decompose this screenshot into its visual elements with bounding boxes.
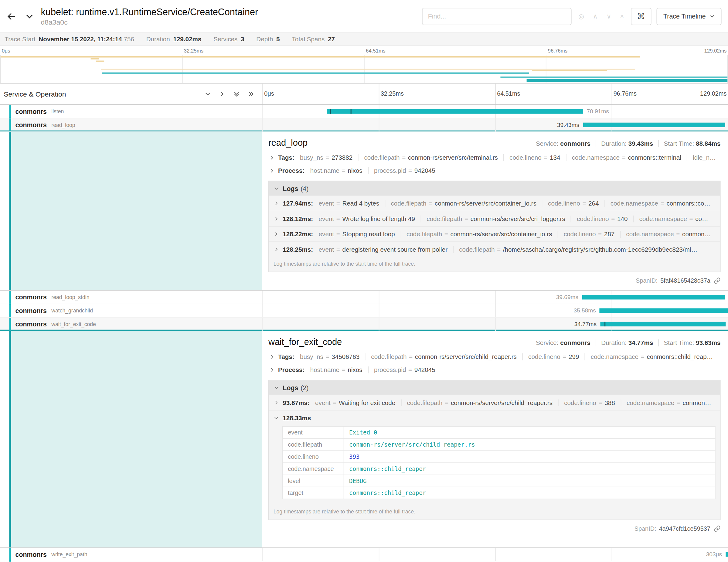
process-item: host.name=nixos: [310, 366, 368, 373]
span-duration-label: 35.58ms: [573, 307, 596, 314]
log-entry[interactable]: 128.12ms: event=Wrote log line of length…: [269, 211, 720, 226]
logs-header[interactable]: Logs(2): [269, 380, 720, 395]
log-field: code.namespace=conmonrs::co…: [604, 200, 716, 207]
trace-start: Trace StartNovember 15 2022, 11:24:14.75…: [5, 36, 134, 43]
log-field: code.filepath=/home/sascha/.cargo/regist…: [453, 246, 703, 253]
service-name: conmonrs: [15, 108, 47, 115]
log-timestamp: 93.87ms:: [283, 399, 309, 406]
tag-item: idle_n…: [687, 154, 720, 161]
find-input[interactable]: [422, 8, 571, 25]
span-timeline-write-exit-path[interactable]: 303μs: [262, 548, 728, 561]
service-name: conmonrs: [15, 320, 47, 328]
tag-item: code.filepath=conmon-rs/server/src/termi…: [358, 154, 504, 161]
span-bar[interactable]: [327, 109, 583, 114]
view-selector-button[interactable]: Trace Timeline: [656, 8, 722, 25]
span-duration-label: 39.69ms: [556, 294, 578, 300]
tag-item: code.lineno=134: [503, 154, 566, 161]
span-timeline-watch-grandchild[interactable]: 35.58ms: [262, 304, 728, 317]
log-entry[interactable]: 128.22ms: event=Stopping read loop code.…: [269, 226, 720, 241]
span-timeline-wait-for-exit-code[interactable]: 34.77ms: [262, 318, 728, 331]
span-row-wait-for-exit-code[interactable]: conmonrs wait_for_exit_code 34.77ms: [0, 318, 728, 331]
log-field: event=deregistering event source from po…: [319, 246, 453, 253]
span-timeline-read-loop[interactable]: 39.43ms: [262, 118, 728, 131]
log-timestamp: 127.94ms:: [283, 200, 313, 207]
collapse-all-icon[interactable]: [233, 91, 240, 97]
log-entry-expanded[interactable]: 128.33ms: [269, 410, 720, 425]
log-entry[interactable]: 93.87ms: event=Waiting for exit code cod…: [269, 395, 720, 410]
logs-footnote: Log timestamps are relative to the start…: [269, 505, 720, 519]
process-row[interactable]: Process: host.name=nixos process.pid=942…: [268, 366, 721, 373]
timeline-ruler: 0μs 32.25ms 64.51ms 96.76ms 129.02ms: [262, 83, 728, 104]
keyboard-shortcuts-button[interactable]: ⌘: [631, 8, 651, 25]
link-icon[interactable]: [714, 277, 721, 284]
span-timeline-read-loop-stdin[interactable]: 39.69ms: [262, 291, 728, 304]
selected-span-highlight: [9, 331, 262, 547]
expand-one-icon[interactable]: [219, 91, 225, 97]
span-row-write-exit-path[interactable]: conmonrs write_exit_path 303μs: [0, 548, 728, 561]
child-span-tick: [330, 109, 331, 114]
service-color-bar: [9, 318, 11, 331]
span-id-value: 4a947cfd1ce59537: [659, 525, 710, 532]
chevron-right-icon[interactable]: [268, 354, 275, 360]
title-block: kubelet: runtime.v1.RuntimeService/Creat…: [41, 6, 258, 26]
log-entry[interactable]: 128.25ms: event=deregistering event sour…: [269, 241, 720, 257]
logs-footnote: Log timestamps are relative to the start…: [269, 257, 720, 272]
trace-minimap[interactable]: [0, 55, 728, 83]
log-entry[interactable]: 127.94ms: event=Read 4 bytes code.filepa…: [269, 196, 720, 211]
span-bar[interactable]: [600, 308, 728, 313]
tree-controls: [205, 91, 254, 97]
spanid-row: SpanID: 4a947cfd1ce59537: [268, 525, 721, 532]
chevron-right-icon: [273, 200, 279, 206]
span-bar[interactable]: [583, 123, 725, 127]
chevron-right-icon[interactable]: [268, 155, 275, 161]
span-row-read-loop[interactable]: conmonrs read_loop 39.43ms: [0, 118, 728, 132]
tag-item: code.namespace=conmonrs::child_reap…: [585, 353, 719, 360]
process-label: Process:: [278, 167, 304, 174]
span-timeline-listen[interactable]: 70.91ms: [262, 105, 728, 118]
span-name-read-loop[interactable]: conmonrs read_loop: [0, 118, 262, 131]
chevron-right-icon[interactable]: [268, 167, 275, 174]
process-list: host.name=nixos process.pid=942045: [310, 366, 721, 373]
log-field: event=Waiting for exit code: [315, 399, 401, 406]
span-name-read-loop-stdin[interactable]: conmonrs read_loop_stdin: [0, 291, 262, 304]
operation-name: write_exit_path: [51, 552, 87, 557]
log-timestamp: 128.12ms:: [283, 215, 313, 222]
table-row: eventExited 0: [283, 427, 715, 439]
span-detail-read-loop: read_loop Service: conmonrs Duration: 39…: [0, 132, 728, 291]
clear-find-icon[interactable]: ×: [620, 12, 624, 20]
span-detail-title: read_loop: [268, 138, 308, 148]
chevron-right-icon[interactable]: [268, 366, 275, 373]
span-row-watch-grandchild[interactable]: conmonrs watch_grandchild 35.58ms: [0, 304, 728, 318]
table-row: code.lineno393: [283, 451, 715, 463]
span-name-watch-grandchild[interactable]: conmonrs watch_grandchild: [0, 304, 262, 317]
previous-match-icon[interactable]: ∧: [593, 12, 598, 20]
span-row-listen[interactable]: conmonrs listen 70.91ms: [0, 105, 728, 118]
tags-row[interactable]: Tags: busy_ns=273882 code.filepath=conmo…: [268, 154, 721, 161]
logs-header[interactable]: Logs(4): [269, 181, 720, 195]
selected-span-highlight: [9, 132, 262, 290]
span-bar[interactable]: [582, 295, 725, 299]
collapse-header-button[interactable]: [22, 0, 36, 32]
span-name-wait-for-exit-code[interactable]: conmonrs wait_for_exit_code: [0, 318, 262, 331]
chevron-down-icon: [25, 12, 33, 20]
service-operation-header: Service & Operation: [0, 83, 262, 104]
span-row-read-loop-stdin[interactable]: conmonrs read_loop_stdin 39.69ms: [0, 291, 728, 304]
log-field: code.filepath=conmon-rs/server/src/conta…: [385, 200, 542, 207]
process-row[interactable]: Process: host.name=nixos process.pid=942…: [268, 167, 721, 174]
expand-all-icon[interactable]: [248, 91, 254, 97]
span-bar[interactable]: [600, 322, 726, 326]
locate-icon[interactable]: ◎: [578, 12, 584, 20]
collapse-one-icon[interactable]: [205, 91, 211, 97]
span-id-value: 5faf48165428c37a: [660, 277, 710, 284]
log-timestamp: 128.22ms:: [283, 230, 313, 237]
span-bar[interactable]: [726, 552, 728, 557]
span-duration-label: 303μs: [706, 551, 722, 557]
command-icon: ⌘: [637, 11, 645, 22]
link-icon[interactable]: [714, 525, 721, 532]
span-name-listen[interactable]: conmonrs listen: [0, 105, 262, 118]
tags-row[interactable]: Tags: busy_ns=34506763 code.filepath=con…: [268, 353, 721, 360]
span-name-write-exit-path[interactable]: conmonrs write_exit_path: [0, 548, 262, 561]
next-match-icon[interactable]: ∨: [607, 12, 611, 20]
trace-id: d8a3a0c: [41, 18, 258, 26]
back-button[interactable]: [0, 0, 22, 32]
